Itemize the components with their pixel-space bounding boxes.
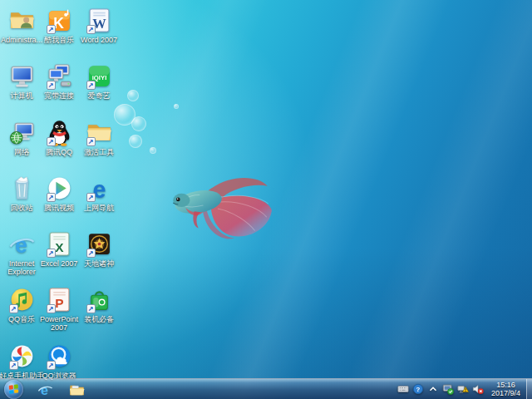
qq-browser-icon: ↗ — [46, 342, 73, 370]
taskbar-pinned-items — [29, 379, 92, 399]
clock-date: 2017/9/4 — [491, 389, 520, 397]
pinned-internet-explorer[interactable] — [29, 379, 61, 399]
shortcut-arrow-icon: ↗ — [86, 25, 96, 34]
haozhuo-phone-helper-icon: ↗ — [8, 342, 36, 370]
show-desktop-button[interactable] — [526, 379, 532, 399]
desktop-icon-essential-software[interactable]: ↗装机必备 — [73, 286, 125, 323]
show-hidden-icons-icon[interactable] — [427, 383, 440, 396]
input-keyboard-icon[interactable] — [397, 383, 410, 396]
desktop-icon-label: Word 2007 — [73, 36, 125, 44]
powerpoint-2007-icon: ↗ — [46, 286, 73, 313]
desktop-icon-qq-browser[interactable]: ↗QQ浏览器 — [33, 342, 85, 380]
start-button[interactable] — [4, 380, 23, 399]
bubble — [131, 116, 146, 131]
windows-logo-icon — [8, 384, 19, 395]
system-tray: 15:16 2017/9/4 — [397, 379, 532, 399]
kuwo-music-icon: ↗ — [46, 7, 73, 34]
desktop-icon-label: 上网导航 — [73, 204, 125, 212]
volume-muted-icon[interactable] — [472, 383, 485, 396]
excel-2007-icon: ↗ — [46, 230, 73, 258]
shortcut-arrow-icon: ↗ — [86, 81, 96, 90]
bubble — [150, 147, 156, 154]
shortcut-arrow-icon: ↗ — [86, 304, 96, 313]
shortcut-arrow-icon: ↗ — [86, 193, 96, 202]
shortcut-arrow-icon: ↗ — [9, 361, 18, 370]
desktop-icon-iqiyi[interactable]: ↗爱奇艺 — [73, 62, 125, 100]
essential-software-icon: ↗ — [86, 286, 113, 313]
qq-music-icon: ↗ — [8, 286, 36, 313]
shortcut-arrow-icon: ↗ — [47, 137, 56, 146]
bubble — [129, 135, 142, 148]
shortcut-arrow-icon: ↗ — [47, 249, 56, 258]
bubble — [127, 90, 139, 101]
desktop-icon-tiandi-zhushen[interactable]: ↗天地诸神 — [73, 230, 125, 268]
desktop-icon-activation-tools[interactable]: ↗激活工具 — [73, 119, 125, 156]
pinned-windows-explorer[interactable] — [61, 379, 92, 399]
tencent-video-icon: ↗ — [46, 175, 73, 202]
broadband-connection-icon: ↗ — [46, 62, 73, 90]
betta-fish-wallpaper — [160, 160, 278, 244]
tray-icon-group — [397, 383, 485, 396]
desktop-icon-label: 激活工具 — [73, 148, 125, 156]
shortcut-arrow-icon: ↗ — [86, 249, 96, 258]
shortcut-arrow-icon: ↗ — [9, 304, 18, 313]
iqiyi-icon: ↗ — [86, 62, 113, 90]
shortcut-arrow-icon: ↗ — [47, 81, 56, 90]
computer-icon — [8, 62, 36, 90]
network-icon — [8, 119, 36, 146]
activation-tools-icon: ↗ — [86, 119, 113, 146]
desktop-icon-word-2007[interactable]: ↗Word 2007 — [73, 7, 125, 44]
bubble — [174, 104, 179, 109]
word-2007-icon: ↗ — [86, 7, 113, 34]
desktop-icon-web-navigation[interactable]: ↗上网导航 — [73, 175, 125, 212]
shortcut-arrow-icon: ↗ — [47, 193, 56, 202]
device-status-ok-icon[interactable] — [442, 383, 455, 396]
tiandi-zhushen-icon: ↗ — [86, 230, 113, 258]
shortcut-arrow-icon: ↗ — [86, 137, 96, 146]
web-navigation-icon: ↗ — [86, 175, 113, 202]
taskbar-clock[interactable]: 15:16 2017/9/4 — [491, 381, 520, 397]
pinned-internet-explorer-icon — [37, 382, 53, 397]
shortcut-arrow-icon: ↗ — [47, 25, 56, 34]
network-warning-icon[interactable] — [457, 383, 470, 396]
internet-explorer-icon — [8, 230, 36, 258]
tencent-qq-icon: ↗ — [46, 119, 73, 146]
desktop-icon-label: 天地诸神 — [73, 259, 125, 268]
clock-time: 15:16 — [491, 381, 520, 389]
desktop-icon-label: 装机必备 — [73, 315, 125, 323]
taskbar: 15:16 2017/9/4 — [0, 378, 532, 399]
shortcut-arrow-icon: ↗ — [47, 304, 56, 313]
input-help-icon[interactable] — [412, 383, 425, 396]
administrator-icon — [8, 7, 36, 34]
shortcut-arrow-icon: ↗ — [47, 361, 56, 370]
desktop-icon-label: 爱奇艺 — [73, 91, 125, 100]
pinned-windows-explorer-icon — [69, 382, 85, 397]
desktop: Administra...↗酷我音乐↗Word 2007计算机↗宽带连接↗爱奇艺… — [0, 0, 532, 399]
recycle-bin-icon — [8, 175, 36, 202]
